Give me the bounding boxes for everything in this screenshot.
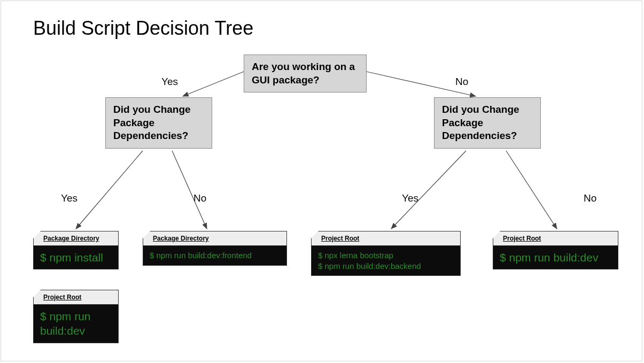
terminal-body: $ npm run build:dev (33, 305, 119, 343)
terminal-header: Package Directory (143, 231, 287, 246)
decision-left: Did you Change Package Dependencies? (105, 97, 212, 149)
terminal-yes-no: Package Directory $ npm run build:dev:fr… (143, 231, 287, 266)
terminal-yes-yes-root: Project Root $ npm run build:dev (33, 290, 119, 343)
edge-left-yes: Yes (61, 192, 77, 204)
terminal-command: $ npm run build:dev:frontend (150, 250, 280, 261)
edge-root-no: No (455, 76, 468, 88)
decision-root: Are you working on a GUI package? (244, 55, 367, 92)
edge-right-no: No (584, 192, 596, 204)
decision-right: Did you Change Package Dependencies? (434, 97, 541, 149)
diagram-canvas: Build Script Decision Tree Are you worki… (1, 1, 642, 361)
terminal-no-yes: Project Root $ npx lerna bootstrap $ npm… (311, 231, 461, 276)
terminal-command: $ npm install (40, 250, 112, 265)
edge-left-no: No (193, 192, 206, 204)
terminal-header: Project Root (33, 290, 119, 305)
arrow-root-left (183, 72, 244, 96)
terminal-command: $ npx lerna bootstrap (318, 250, 454, 261)
terminal-command: $ npm run build:dev (500, 250, 611, 265)
page-title: Build Script Decision Tree (33, 17, 253, 40)
terminal-command: $ npm run build:dev (40, 309, 112, 338)
terminal-header: Project Root (311, 231, 461, 246)
decision-left-text: Did you Change Package Dependencies? (113, 104, 191, 141)
edge-right-yes: Yes (402, 192, 418, 204)
arrow-right-yes (391, 151, 466, 229)
terminal-header: Project Root (493, 231, 618, 246)
terminal-no-no: Project Root $ npm run build:dev (493, 231, 618, 269)
edge-root-yes: Yes (161, 76, 178, 88)
terminal-body: $ npm run build:dev:frontend (143, 246, 287, 266)
terminal-body: $ npx lerna bootstrap $ npm run build:de… (311, 246, 461, 276)
arrow-left-yes (76, 151, 143, 229)
terminal-command: $ npm run build:dev:backend (318, 261, 454, 272)
terminal-body: $ npm install (33, 246, 119, 269)
terminal-body: $ npm run build:dev (493, 246, 618, 269)
decision-right-text: Did you Change Package Dependencies? (442, 104, 519, 141)
arrow-right-no (506, 151, 557, 229)
terminal-header: Package Directory (33, 231, 119, 246)
terminal-yes-yes-pkg: Package Directory $ npm install (33, 231, 119, 269)
decision-root-text: Are you working on a GUI package? (252, 61, 355, 86)
arrow-left-no (172, 151, 207, 229)
